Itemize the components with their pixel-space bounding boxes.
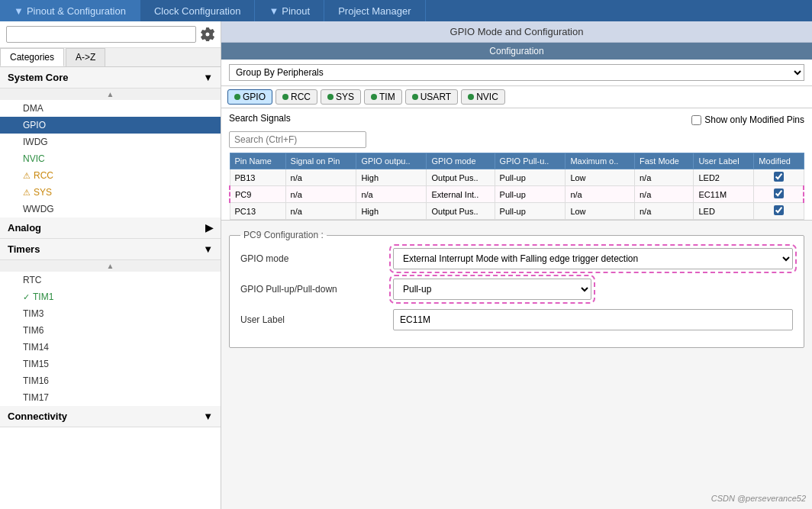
sidebar-item-wwdg[interactable]: WWDG xyxy=(0,201,221,217)
sidebar-section-analog[interactable]: Analog ▶ xyxy=(0,217,221,239)
modified-checkbox[interactable] xyxy=(774,172,784,182)
rcc-dot xyxy=(282,94,288,100)
config-row-user-label: User Label xyxy=(240,309,793,330)
search-signals-label: Search Signals xyxy=(229,113,291,124)
signals-area: Search Signals Show only Modified Pins P… xyxy=(221,108,812,221)
group-by-select[interactable]: Group By Peripherals xyxy=(229,64,804,81)
gpio-mode-label: GPIO mode xyxy=(240,253,393,264)
tab-sys[interactable]: SYS xyxy=(321,89,361,105)
peripheral-tabs: GPIO RCC SYS TIM USART NVIC xyxy=(221,86,812,108)
cell-label: LED2 xyxy=(694,169,754,186)
cell-pin: PC13 xyxy=(230,203,285,220)
sidebar-item-gpio[interactable]: GPIO xyxy=(0,117,221,134)
sidebar: Categories A->Z System Core ▼ ▲ DMA GPIO… xyxy=(0,21,221,509)
cell-pull: Pull-up xyxy=(495,186,566,203)
gpio-pull-label: GPIO Pull-up/Pull-down xyxy=(240,284,393,295)
cell-mode: Output Pus.. xyxy=(427,203,495,220)
cell-pin: PB13 xyxy=(230,169,285,186)
main-layout: Categories A->Z System Core ▼ ▲ DMA GPIO… xyxy=(0,21,812,509)
sidebar-search-input[interactable] xyxy=(6,26,196,43)
table-row[interactable]: PC13 n/a High Output Pus.. Pull-up Low n… xyxy=(230,203,804,220)
config-header: Configuration xyxy=(221,43,812,60)
gpio-pull-select[interactable]: Pull-up xyxy=(393,279,591,300)
chevron-down-icon-2: ▼ xyxy=(203,243,213,255)
col-pull: GPIO Pull-u.. xyxy=(495,153,566,169)
cell-fast: n/a xyxy=(634,203,693,220)
watermark: CSDN @perseverance52 xyxy=(711,494,806,503)
cell-mode: Output Pus.. xyxy=(427,169,495,186)
sidebar-item-dma[interactable]: DMA xyxy=(0,100,221,117)
col-output: GPIO outpu.. xyxy=(356,153,427,169)
col-label: User Label xyxy=(694,153,754,169)
page-title: GPIO Mode and Configuration xyxy=(221,21,812,43)
sidebar-item-rcc[interactable]: RCC xyxy=(0,167,221,184)
chevron-down-icon-3: ▼ xyxy=(203,411,213,422)
sidebar-item-tim6[interactable]: TIM6 xyxy=(0,322,221,339)
gpio-table: Pin Name Signal on Pin GPIO outpu.. GPIO… xyxy=(229,153,804,220)
tab-tim[interactable]: TIM xyxy=(364,89,402,105)
sidebar-section-timers[interactable]: Timers ▼ xyxy=(0,239,221,260)
config-row-gpio-mode: GPIO mode External Interrupt Mode with F… xyxy=(240,248,793,269)
arrow-icon: ▼ xyxy=(14,5,24,17)
sidebar-item-nvic[interactable]: NVIC xyxy=(0,150,221,167)
search-signals-input[interactable] xyxy=(229,131,366,148)
pc9-config: PC9 Configuration : GPIO mode External I… xyxy=(229,230,804,348)
pinout-tab[interactable]: ▼ Pinout xyxy=(255,0,324,21)
cell-signal: n/a xyxy=(285,203,356,220)
chevron-right-icon: ▶ xyxy=(205,222,213,234)
cell-modified xyxy=(754,203,804,220)
cell-pull: Pull-up xyxy=(495,169,566,186)
cell-output: High xyxy=(356,203,427,220)
sidebar-item-rtc[interactable]: RTC xyxy=(0,272,221,288)
sidebar-section-connectivity[interactable]: Connectivity ▼ xyxy=(0,406,221,427)
usart-dot xyxy=(412,94,418,100)
cell-fast: n/a xyxy=(634,169,693,186)
sidebar-item-tim14[interactable]: TIM14 xyxy=(0,339,221,356)
sidebar-item-tim3[interactable]: TIM3 xyxy=(0,305,221,322)
project-manager-tab[interactable]: Project Manager xyxy=(324,0,425,21)
sidebar-item-sys[interactable]: SYS xyxy=(0,184,221,201)
search-signals-row: Search Signals Show only Modified Pins xyxy=(229,113,804,127)
tab-az[interactable]: A->Z xyxy=(66,48,105,66)
cell-label: LED xyxy=(694,203,754,220)
tab-rcc[interactable]: RCC xyxy=(276,89,317,105)
sidebar-section-system-core[interactable]: System Core ▼ xyxy=(0,67,221,89)
gear-icon[interactable] xyxy=(201,27,214,41)
sidebar-item-iwdg[interactable]: IWDG xyxy=(0,134,221,150)
tab-nvic[interactable]: NVIC xyxy=(461,89,505,105)
col-fast: Fast Mode xyxy=(634,153,693,169)
tim-dot xyxy=(371,94,377,100)
cell-modified xyxy=(754,169,804,186)
cell-output: High xyxy=(356,169,427,186)
col-max: Maximum o.. xyxy=(566,153,635,169)
modified-checkbox-2[interactable] xyxy=(774,188,784,198)
tab-categories[interactable]: Categories xyxy=(0,48,64,66)
clock-config-tab[interactable]: Clock Configuration xyxy=(140,0,255,21)
scroll-handle-timers: ▲ xyxy=(0,260,221,272)
show-modified-checkbox[interactable] xyxy=(691,115,701,125)
arrow-icon-2: ▼ xyxy=(269,5,279,17)
cell-fast: n/a xyxy=(634,186,693,203)
top-bar: ▼ Pinout & Configuration Clock Configura… xyxy=(0,0,812,21)
table-row[interactable]: PB13 n/a High Output Pus.. Pull-up Low n… xyxy=(230,169,804,186)
sidebar-tabs: Categories A->Z xyxy=(0,48,221,67)
system-core-items: DMA GPIO IWDG NVIC RCC SYS WWDG xyxy=(0,100,221,217)
gpio-dot xyxy=(234,94,240,100)
sidebar-item-tim15[interactable]: TIM15 xyxy=(0,356,221,372)
user-label-input[interactable] xyxy=(393,309,793,330)
tab-gpio[interactable]: GPIO xyxy=(227,89,272,105)
modified-checkbox-3[interactable] xyxy=(774,205,784,215)
chevron-down-icon: ▼ xyxy=(203,72,213,83)
tab-usart[interactable]: USART xyxy=(405,89,458,105)
right-content: GPIO Mode and Configuration Configuratio… xyxy=(221,21,812,509)
sidebar-item-tim1[interactable]: TIM1 xyxy=(0,288,221,305)
col-signal: Signal on Pin xyxy=(285,153,356,169)
gpio-mode-select[interactable]: External Interrupt Mode with Falling edg… xyxy=(393,248,793,269)
sidebar-item-tim16[interactable]: TIM16 xyxy=(0,372,221,389)
pinout-config-tab[interactable]: ▼ Pinout & Configuration xyxy=(0,0,140,21)
cell-pull: Pull-up xyxy=(495,203,566,220)
sidebar-item-tim17[interactable]: TIM17 xyxy=(0,389,221,406)
table-row[interactable]: PC9 n/a n/a External Int.. Pull-up n/a n… xyxy=(230,186,804,203)
config-row-pullup: GPIO Pull-up/Pull-down Pull-up xyxy=(240,279,793,300)
cell-max: Low xyxy=(566,203,635,220)
